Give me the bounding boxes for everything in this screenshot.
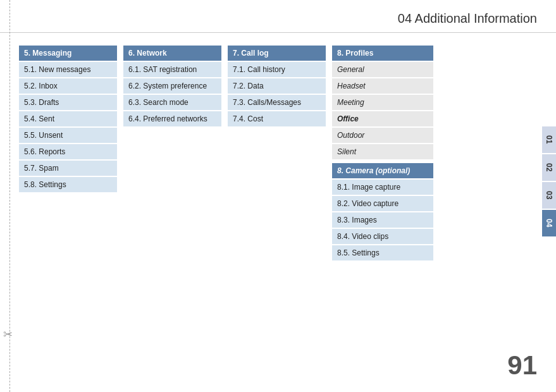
column-calllog: 7. Call log 7.1. Call history 7.2. Data …: [228, 46, 326, 262]
main-content: 5. Messaging 5.1. New messages 5.2. Inbo…: [0, 39, 556, 268]
section-header-network: 6. Network: [123, 46, 221, 61]
list-item: 8.1. Image capture: [332, 180, 433, 195]
list-item: 6.3. Search mode: [123, 95, 221, 110]
list-item-silent: Silent: [332, 144, 433, 159]
list-item: 8.5. Settings: [332, 245, 433, 260]
page-number: 91: [507, 350, 537, 381]
list-item: 5.2. Inbox: [19, 78, 117, 94]
list-item: 7.4. Cost: [228, 111, 326, 126]
list-item: 5.7. Spam: [19, 161, 117, 176]
list-item-headset: Headset: [332, 78, 433, 94]
list-item: 6.4. Preferred networks: [123, 111, 221, 126]
page-title: 04 Additional Information: [0, 11, 537, 26]
list-item: 7.3. Calls/Messages: [228, 95, 326, 110]
section-header-messaging: 5. Messaging: [19, 46, 117, 61]
list-item: 5.6. Reports: [19, 144, 117, 159]
list-item-general: General: [332, 62, 433, 77]
scissors-icon: ✂: [3, 328, 13, 341]
list-item: 6.2. System preference: [123, 78, 221, 94]
list-item: 7.2. Data: [228, 78, 326, 94]
list-item: 8.3. Images: [332, 212, 433, 228]
column-network: 6. Network 6.1. SAT registration 6.2. Sy…: [123, 46, 221, 262]
list-item: 5.5. Unsent: [19, 128, 117, 143]
side-tab-03[interactable]: 03: [542, 182, 556, 209]
section-header-calllog: 7. Call log: [228, 46, 326, 61]
page-title-area: 04 Additional Information: [0, 0, 556, 33]
column-messaging: 5. Messaging 5.1. New messages 5.2. Inbo…: [19, 46, 117, 262]
list-item: 5.8. Settings: [19, 177, 117, 192]
list-item: 7.1. Call history: [228, 62, 326, 77]
side-tab-04[interactable]: 04: [542, 210, 556, 236]
list-item: 5.1. New messages: [19, 62, 117, 77]
list-item: 8.2. Video capture: [332, 196, 433, 211]
list-item: 8.4. Video clips: [332, 229, 433, 244]
list-item: 6.1. SAT registration: [123, 62, 221, 77]
side-tab-01[interactable]: 01: [542, 126, 556, 153]
list-item-office: Office: [332, 111, 433, 126]
section-header-profiles: 8. Profiles: [332, 46, 433, 61]
list-item: 5.3. Drafts: [19, 95, 117, 110]
side-tab-02[interactable]: 02: [542, 154, 556, 181]
side-tabs: 01 02 03 04: [542, 126, 556, 236]
column-profiles: 8. Profiles General Headset Meeting Offi…: [332, 46, 433, 262]
list-item-outdoor: Outdoor: [332, 128, 433, 143]
section-header-camera: 8. Camera (optional): [332, 163, 433, 178]
list-item-meeting: Meeting: [332, 95, 433, 110]
list-item: 5.4. Sent: [19, 111, 117, 126]
